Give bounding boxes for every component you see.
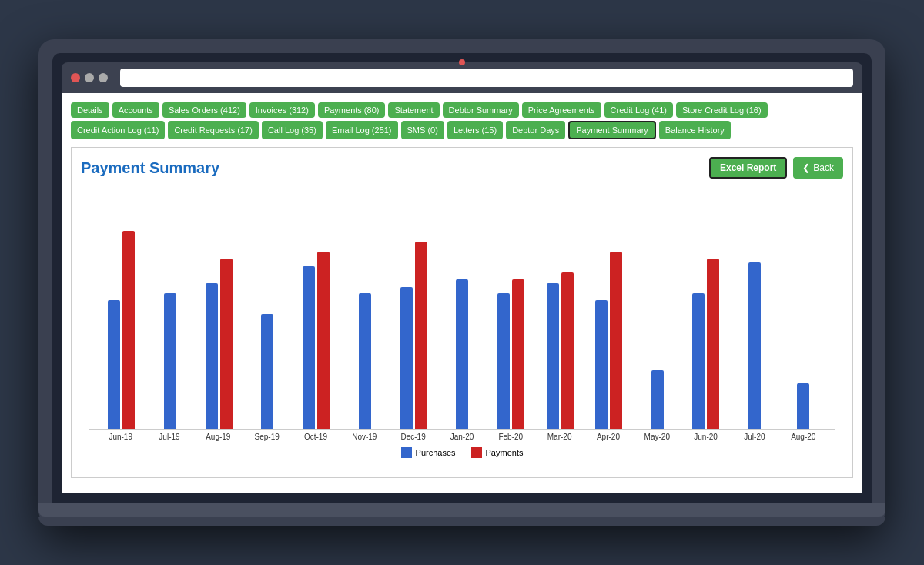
bar-group — [730, 262, 778, 429]
bar-payments — [220, 259, 233, 429]
nav-tab[interactable]: Statement — [388, 102, 439, 118]
x-axis-label: Jan-20 — [437, 433, 486, 441]
nav-tab[interactable]: Price Agreements — [522, 102, 601, 118]
bar-group — [243, 314, 292, 429]
nav-tab[interactable]: Credit Log (41) — [604, 102, 673, 118]
legend-purchases-color — [401, 447, 412, 458]
chart-area — [89, 199, 835, 430]
bar-purchases — [359, 293, 371, 429]
x-axis-label: Jun-19 — [96, 433, 145, 441]
x-axis-label: Jul-19 — [145, 433, 193, 441]
bar-purchases — [692, 293, 705, 429]
x-axis-labels: Jun-19Jul-19Aug-19Sep-19Oct-19Nov-19Dec-… — [89, 433, 835, 441]
excel-report-button[interactable]: Excel Report — [709, 157, 787, 179]
laptop-bottom — [38, 517, 886, 526]
bar-group — [633, 370, 681, 429]
bar-group — [340, 293, 389, 429]
x-axis-label: Apr-20 — [584, 433, 632, 441]
legend-payments: Payments — [471, 447, 524, 458]
bar-payments — [610, 252, 622, 429]
bar-purchases — [206, 283, 218, 429]
nav-tab[interactable]: Store Credit Log (16) — [676, 102, 768, 118]
bar-purchases — [595, 300, 608, 429]
bar-group — [438, 279, 487, 429]
nav-tab[interactable]: Debtor Summary — [443, 102, 519, 118]
nav-tab[interactable]: Sales Orders (412) — [162, 102, 246, 118]
bar-group — [535, 272, 584, 429]
traffic-light-yellow[interactable] — [85, 73, 94, 82]
nav-tab[interactable]: Credit Action Log (11) — [71, 121, 165, 139]
nav-tab[interactable]: Email Log (251) — [326, 121, 398, 139]
nav-tab[interactable]: Credit Requests (17) — [168, 121, 259, 139]
nav-tab[interactable]: SMS (0) — [401, 121, 444, 139]
bar-purchases — [400, 287, 413, 429]
nav-tab[interactable]: Accounts — [112, 102, 159, 118]
bar-group — [97, 231, 146, 429]
legend-purchases: Purchases — [401, 447, 456, 458]
nav-tabs: DetailsAccountsSales Orders (412)Invoice… — [71, 102, 853, 139]
bar-payments — [122, 231, 135, 429]
browser-content: DetailsAccountsSales Orders (412)Invoice… — [62, 93, 862, 493]
nav-tab[interactable]: Details — [71, 102, 109, 118]
bar-purchases — [456, 279, 468, 429]
chart-legend: Purchases Payments — [89, 447, 835, 458]
bar-group — [584, 252, 633, 429]
bar-purchases — [108, 300, 120, 429]
bar-group — [292, 252, 340, 429]
x-axis-label: May-20 — [633, 433, 681, 441]
bar-purchases — [303, 266, 315, 429]
content-area: Payment Summary Excel Report ❮ Back — [71, 147, 853, 478]
bar-group — [779, 383, 828, 429]
laptop-frame: DetailsAccountsSales Orders (412)Invoice… — [38, 39, 886, 526]
traffic-lights — [71, 73, 108, 82]
bar-purchases — [748, 262, 761, 429]
bar-group — [195, 259, 243, 429]
nav-tab[interactable]: Payments (80) — [318, 102, 386, 118]
chart-container: Jun-19Jul-19Aug-19Sep-19Oct-19Nov-19Dec-… — [81, 191, 843, 468]
nav-tab[interactable]: Debtor Days — [506, 121, 565, 139]
traffic-light-green[interactable] — [99, 73, 108, 82]
bar-payments — [707, 259, 719, 429]
x-axis-label: Oct-19 — [291, 433, 340, 441]
bar-group — [487, 279, 535, 429]
x-axis-label: Aug-19 — [194, 433, 243, 441]
bar-payments — [317, 252, 330, 429]
bar-payments — [561, 272, 574, 429]
x-axis-label: Aug-20 — [779, 433, 828, 441]
legend-purchases-label: Purchases — [416, 448, 456, 457]
legend-payments-color — [471, 447, 482, 458]
x-axis-label: Dec-19 — [389, 433, 437, 441]
bar-payments — [415, 242, 427, 429]
bar-purchases — [261, 314, 273, 429]
address-bar[interactable] — [120, 69, 853, 87]
legend-payments-label: Payments — [486, 448, 524, 457]
laptop-base — [38, 503, 886, 517]
nav-tab[interactable]: Call Log (35) — [262, 121, 323, 139]
browser-chrome — [62, 62, 862, 93]
x-axis-label: Sep-19 — [243, 433, 291, 441]
content-header: Payment Summary Excel Report ❮ Back — [81, 157, 843, 179]
x-axis-label: Mar-20 — [535, 433, 584, 441]
bar-payments — [512, 279, 524, 429]
traffic-light-red[interactable] — [71, 73, 80, 82]
x-axis-label: Nov-19 — [340, 433, 389, 441]
header-buttons: Excel Report ❮ Back — [709, 157, 843, 179]
bar-purchases — [651, 370, 664, 429]
nav-tab[interactable]: Invoices (312) — [249, 102, 315, 118]
back-button[interactable]: ❮ Back — [793, 157, 843, 179]
bar-group — [146, 293, 194, 429]
x-axis-label: Feb-20 — [487, 433, 535, 441]
camera-dot — [459, 59, 465, 65]
nav-tab[interactable]: Balance History — [659, 121, 731, 139]
bar-purchases — [797, 383, 809, 429]
x-axis-label: Jun-20 — [681, 433, 730, 441]
screen-bezel: DetailsAccountsSales Orders (412)Invoice… — [52, 53, 872, 503]
nav-tab[interactable]: Letters (15) — [447, 121, 503, 139]
x-axis-label: Jul-20 — [730, 433, 778, 441]
bar-group — [390, 242, 438, 429]
page-title: Payment Summary — [81, 159, 219, 177]
bars-wrapper — [89, 199, 835, 429]
bar-purchases — [497, 293, 510, 429]
bar-group — [681, 259, 730, 429]
nav-tab[interactable]: Payment Summary — [568, 121, 656, 139]
